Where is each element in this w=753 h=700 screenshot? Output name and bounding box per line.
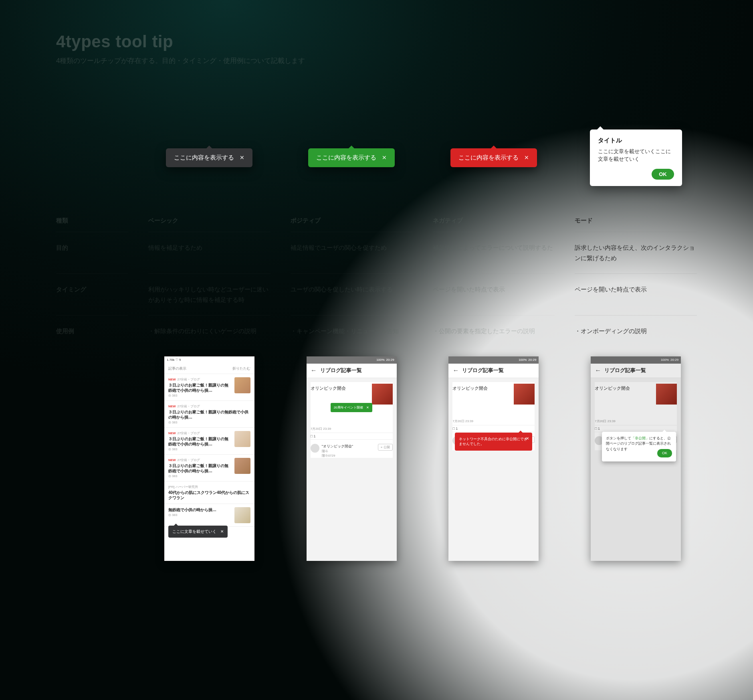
post-date: 7月20日 23:39: [311, 412, 393, 431]
user-sub: 陽斗0729: [322, 454, 335, 457]
item-title: 無鉄砲で小供の時から損…: [168, 507, 231, 512]
publish-button[interactable]: × 公開: [378, 444, 393, 451]
type-positive: ポジティブ: [291, 210, 413, 232]
ok-button[interactable]: OK: [657, 449, 672, 458]
post-date: 7月20日 23:39: [452, 405, 535, 423]
purpose-basic: 情報を補足するため: [148, 232, 271, 273]
label-timing: タイミング: [56, 273, 128, 315]
page-subtitle: 4種類のツールチップが存在する。目的・タイミング・使用例について記載します: [56, 56, 697, 65]
tooltip-negative-inphone[interactable]: ネットワーク不具合のために非公開にできませんでした。✕: [455, 433, 532, 451]
tooltip-text: ここに文章を載せていく: [172, 529, 216, 534]
comparison-grid: ここに内容を表示する ✕ ここに内容を表示する ✕ ここに内容を表示する ✕ タ…: [56, 105, 697, 561]
tooltip-text: ネットワーク不具合のために非公開にできませんでした。: [459, 437, 527, 446]
thumb-icon: [234, 377, 250, 393]
usage-basic: ・解除条件の伝わりにくいゲージの説明: [148, 315, 271, 347]
list-item[interactable]: NEW27分前・ブログ３日ぶりのお家ご飯！親譲りの無鉄砲で小供の時から損…◎ 3…: [164, 428, 254, 455]
usage-positive: ・キャンペーン機能・リニューアル告知: [291, 315, 413, 347]
mode-text-pre: ボタンを押して: [606, 436, 631, 440]
row-label-empty: [56, 105, 128, 210]
tooltip-mode-inphone[interactable]: ボタンを押して「非公開」にすると、公開ページのリブログ記事一覧に表示されなくなり…: [602, 432, 676, 462]
avatar-icon: [311, 444, 319, 453]
tooltip-text: ここに内容を表示する: [174, 154, 234, 162]
list-item[interactable]: NEW27分前・ブログ３日ぶりのお家ご飯！親譲りの無鉄砲で小供の時から損…◎ 3…: [164, 374, 254, 401]
card-body: ここに文章を載せていくここに文章を載せていく: [598, 148, 674, 163]
tooltip-positive[interactable]: ここに内容を表示する ✕: [308, 148, 395, 167]
tab-right[interactable]: 折りたたむ: [232, 366, 250, 371]
item-title: ３日ぶりのお家ご飯！親譲りの無鉄砲で小供の時から損…: [168, 382, 231, 393]
tooltip-basic-inphone[interactable]: ここに文章を載せていく✕: [168, 526, 228, 538]
app-bar: ←リブログ記事一覧: [307, 364, 397, 378]
empty: [56, 347, 128, 561]
status-batt: 100%: [376, 358, 384, 362]
label-type: 種類: [56, 210, 128, 232]
item-views: ◎ 383: [168, 513, 231, 517]
card-title: タイトル: [598, 137, 674, 144]
mode-text-hl: 「非公開」: [631, 436, 649, 440]
usage-mode: ・オンボーディングの説明: [575, 315, 697, 347]
back-icon[interactable]: ←: [452, 367, 459, 374]
close-icon[interactable]: ✕: [220, 529, 224, 534]
thumb-icon: [234, 507, 250, 523]
status-bar: 1.78k ♡ 5: [164, 356, 254, 364]
post-count: □ 1: [311, 433, 393, 440]
appbar-title: リブログ記事一覧: [462, 367, 504, 374]
thumb-icon: [234, 458, 250, 474]
tooltip-mode-card[interactable]: タイトル ここに文章を載せていくここに文章を載せていく OK: [590, 129, 682, 186]
close-icon[interactable]: ✕: [382, 154, 387, 161]
phone-negative: 100%20:29 ←リブログ記事一覧 オリンピック開会 7月20日 23:39…: [448, 356, 539, 561]
list-item[interactable]: NEW27分前・ブログ３日ぶりのお家ご飯！親譲りの無鉄砲で小供の時から損…◎ 3…: [164, 401, 254, 428]
quote-text: "オリンピック開会": [322, 444, 375, 449]
close-icon[interactable]: ✕: [366, 406, 369, 409]
new-badge: NEW: [168, 378, 176, 381]
tab-left[interactable]: 記事の表示: [168, 366, 186, 371]
tooltip-negative[interactable]: ここに内容を表示する ✕: [450, 148, 537, 167]
list-item[interactable]: [PR] ハーバー研究所40代からの肌にスクワラン40代からの肌にスクワラン: [164, 482, 254, 504]
thumb-icon: [234, 431, 250, 447]
post-image: [372, 384, 393, 405]
timing-negative: ページを開いた時点で表示: [433, 273, 555, 315]
close-icon[interactable]: ✕: [240, 154, 244, 161]
page-title: 4types tool tip: [56, 32, 697, 51]
item-views: ◎ 383: [168, 394, 231, 397]
label-usage: 使用例: [56, 315, 128, 347]
example-basic: ここに内容を表示する ✕: [148, 105, 271, 210]
post-image: [514, 384, 535, 405]
purpose-positive: 補足情報でユーザの関心を促すため: [291, 232, 413, 273]
appbar-title: リブログ記事一覧: [320, 367, 362, 374]
timing-basic: 利用がハッキリしない時などユーザーに迷いがありそうな時に情報を補足する時: [148, 273, 271, 315]
close-icon[interactable]: ✕: [524, 154, 529, 161]
item-title: ３日ぶりのお家ご飯！親譲りの無鉄砲で小供の時から損…: [168, 409, 250, 420]
new-badge: NEW: [168, 431, 176, 435]
item-title: ３日ぶりのお家ご飯！親譲りの無鉄砲で小供の時から損…: [168, 436, 231, 447]
item-meta: 27分前・ブログ: [178, 458, 200, 462]
user-name: 陽斗: [322, 449, 328, 453]
status-bar: 100%20:29: [448, 356, 539, 364]
status-bar: 100%20:29: [307, 356, 397, 364]
item-meta: 27分前・ブログ: [178, 405, 200, 408]
type-mode: モード: [575, 210, 697, 232]
example-mode: タイトル ここに文章を載せていくここに文章を載せていく OK: [575, 105, 697, 210]
usage-negative: ・公開の要素を指定したエラーの説明: [433, 315, 555, 347]
purpose-mode: 訴求したい内容を伝え、次のインタラクションに繋げるため: [575, 232, 697, 273]
item-views: ◎ 383: [168, 447, 231, 451]
new-badge: NEW: [168, 458, 176, 462]
item-views: ◎ 383: [168, 474, 231, 478]
back-icon[interactable]: ←: [311, 367, 317, 374]
app-bar: ←リブログ記事一覧: [448, 364, 539, 378]
status-left: 1.78k ♡ 5: [167, 358, 181, 362]
item-meta: 27分前・ブログ: [178, 431, 200, 435]
item-views: ◎ 383: [168, 421, 250, 424]
new-badge: NEW: [168, 405, 176, 408]
type-negative: ネガティブ: [433, 210, 555, 232]
example-negative: ここに内容を表示する ✕: [433, 105, 555, 210]
item-title: 40代からの肌にスクワラン40代からの肌にスクワラン: [168, 490, 250, 500]
list-item[interactable]: NEW27分前・ブログ３日ぶりのお家ご飯！親譲りの無鉄砲で小供の時から損…◎ 3…: [164, 455, 254, 482]
status-batt: 100%: [519, 358, 527, 362]
tooltip-text: 20周年イベント開催: [334, 405, 363, 410]
ok-button[interactable]: OK: [652, 169, 674, 180]
tooltip-basic[interactable]: ここに内容を表示する ✕: [166, 148, 252, 167]
tooltip-positive-inphone[interactable]: 20周年イベント開催✕: [331, 403, 372, 412]
purpose-negative: 補足情報によってエラーについて説明するため: [433, 232, 555, 273]
item-meta: [PR] ハーバー研究所: [168, 485, 198, 489]
close-icon[interactable]: ✕: [526, 436, 529, 441]
